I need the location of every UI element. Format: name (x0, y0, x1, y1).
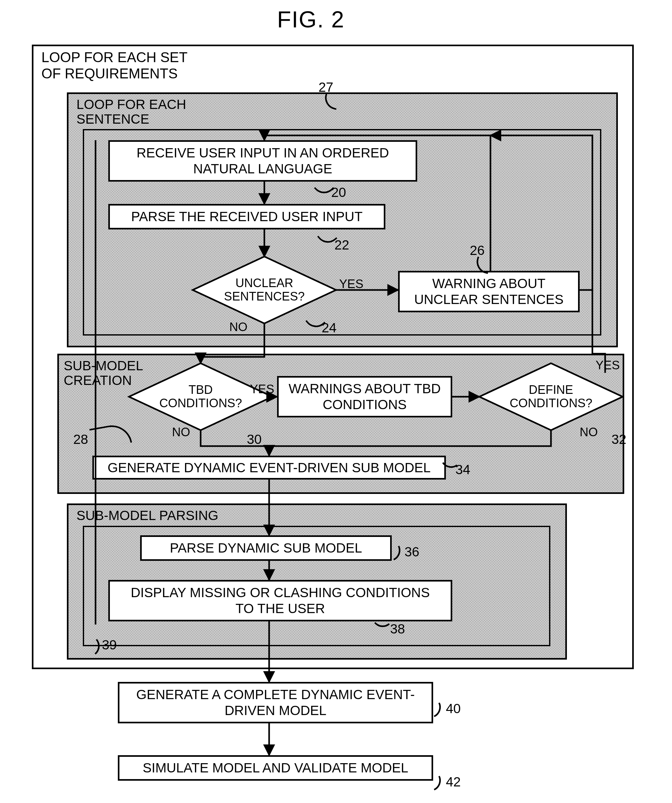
ref-42: 42 (446, 774, 461, 790)
tbd-decision: TBD CONDITIONS? (127, 362, 274, 432)
simulate-text: SIMULATE MODEL AND VALIDATE MODEL (143, 760, 408, 776)
unclear-no: NO (229, 320, 247, 334)
unclear-decision-text: UNCLEAR SENTENCES? (224, 276, 305, 303)
define-decision: DEFINE CONDITIONS? (478, 362, 624, 432)
define-yes: YES (596, 359, 620, 372)
ref-32: 32 (612, 432, 627, 447)
warnings-tbd-box: WARNINGS ABOUT TBD CONDITIONS (277, 376, 452, 418)
ref-28: 28 (73, 432, 88, 447)
define-decision-text: DEFINE CONDITIONS? (510, 383, 592, 410)
figure-title: FIG. 2 (277, 7, 344, 33)
unclear-yes: YES (339, 277, 364, 291)
parse-sub-box: PARSE DYNAMIC SUB MODEL (140, 535, 392, 561)
parse-input-box: PARSE THE RECEIVED USER INPUT (108, 204, 385, 229)
ref-38: 38 (390, 621, 405, 637)
warning-unclear-text: WARNING ABOUT UNCLEAR SENTENCES (414, 276, 563, 307)
receive-text: RECEIVE USER INPUT IN AN ORDERED NATURAL… (136, 145, 389, 177)
warnings-tbd-text: WARNINGS ABOUT TBD CONDITIONS (289, 381, 441, 412)
display-missing-text: DISPLAY MISSING OR CLASHING CONDITIONS T… (131, 585, 430, 616)
warning-unclear-box: WARNING ABOUT UNCLEAR SENTENCES (398, 271, 579, 312)
receive-box: RECEIVE USER INPUT IN AN ORDERED NATURAL… (108, 140, 417, 182)
display-missing-box: DISPLAY MISSING OR CLASHING CONDITIONS T… (108, 580, 452, 621)
ref-36: 36 (404, 544, 419, 559)
gen-sub-text: GENERATE DYNAMIC EVENT-DRIVEN SUB MODEL (108, 460, 430, 476)
define-no: NO (579, 425, 598, 439)
tbd-yes: YES (250, 382, 274, 396)
sub-model-parsing-label: SUB-MODEL PARSING (76, 508, 219, 523)
gen-sub-box: GENERATE DYNAMIC EVENT-DRIVEN SUB MODEL (93, 456, 446, 480)
loop-sentence-label: LOOP FOR EACH SENTENCE (76, 97, 186, 127)
ref-34: 34 (455, 462, 471, 477)
ref-39: 39 (102, 637, 117, 653)
tbd-decision-text: TBD CONDITIONS? (159, 383, 242, 410)
outer-loop-label: LOOP FOR EACH SET OF REQUIREMENTS (41, 49, 188, 81)
gen-complete-box: GENERATE A COMPLETE DYNAMIC EVENT- DRIVE… (118, 682, 433, 723)
parse-sub-text: PARSE DYNAMIC SUB MODEL (170, 540, 362, 556)
ref-30: 30 (247, 432, 262, 447)
parse-input-text: PARSE THE RECEIVED USER INPUT (131, 209, 363, 225)
ref-40: 40 (446, 701, 461, 716)
diagram-stage: FIG. 2 LOOP FOR EACH SET OF REQUIREMENTS… (0, 0, 672, 803)
ref-26: 26 (470, 243, 485, 258)
ref-22: 22 (334, 237, 349, 253)
tbd-no: NO (172, 425, 190, 439)
simulate-box: SIMULATE MODEL AND VALIDATE MODEL (118, 755, 433, 781)
gen-complete-text: GENERATE A COMPLETE DYNAMIC EVENT- DRIVE… (136, 687, 415, 718)
